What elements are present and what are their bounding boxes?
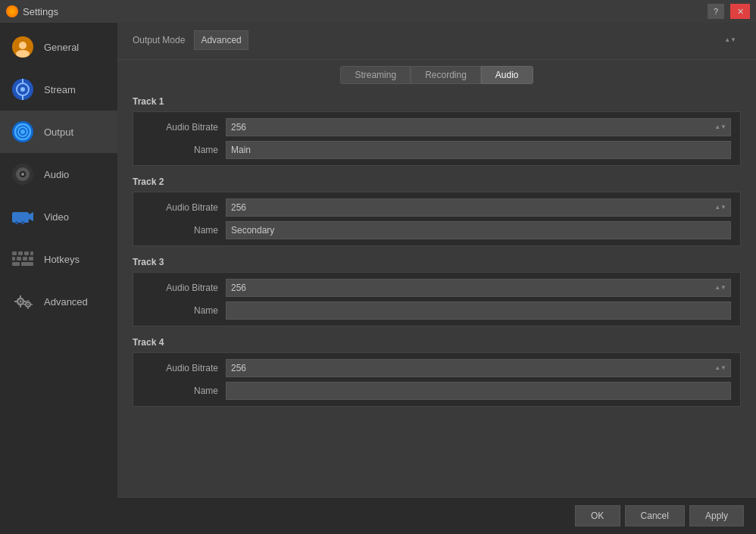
svg-rect-28 (12, 262, 20, 266)
svg-point-11 (20, 130, 25, 134)
track3-name-input[interactable] (226, 301, 731, 320)
track3-bitrate-input[interactable]: 256 (226, 279, 731, 297)
output-mode-row: Output Mode Advanced Simple (117, 23, 756, 58)
svg-point-1 (19, 42, 27, 49)
track2-name-label: Name (142, 225, 226, 236)
svg-rect-18 (15, 221, 18, 224)
track1-bitrate-input[interactable]: 256 (226, 118, 731, 136)
track1-bitrate-label: Audio Bitrate (142, 122, 226, 133)
titlebar: Settings ? ✕ (0, 0, 756, 23)
svg-rect-16 (12, 212, 29, 223)
output-mode-label: Output Mode (133, 35, 185, 45)
main-content: General Stream (0, 23, 756, 534)
track4-header: Track 4 (133, 337, 741, 348)
sidebar-label-audio: Audio (44, 169, 69, 180)
general-icon (9, 33, 36, 61)
output-mode-select-wrapper: Advanced Simple (194, 30, 741, 50)
track1-name-input[interactable]: Main (226, 141, 731, 159)
stream-icon (9, 76, 36, 103)
svg-marker-17 (29, 212, 33, 221)
track3-bitrate-label: Audio Bitrate (142, 283, 226, 293)
svg-point-15 (21, 173, 24, 176)
sidebar-item-video[interactable]: Video (0, 195, 117, 238)
track3-name-label: Name (142, 305, 226, 316)
track1-section: Track 1 Audio Bitrate 256 Name Main (133, 96, 741, 166)
sidebar-label-hotkeys: Hotkeys (44, 254, 80, 265)
svg-rect-25 (17, 257, 21, 261)
svg-point-37 (27, 304, 29, 305)
close-button[interactable]: ✕ (730, 4, 750, 19)
sidebar-label-video: Video (44, 211, 69, 223)
track1-header: Track 1 (133, 96, 741, 107)
tabs-row: Streaming Recording Audio (117, 61, 756, 89)
track4-name-row: Name (142, 382, 731, 400)
svg-rect-27 (29, 257, 33, 261)
right-panel: Output Mode Advanced Simple Streaming Re… (117, 23, 756, 534)
bottom-bar: OK Cancel Apply (117, 497, 756, 534)
track4-name-input[interactable] (226, 382, 731, 400)
track4-name-label: Name (142, 386, 226, 396)
tab-streaming[interactable]: Streaming (340, 66, 411, 84)
track2-name-row: Name Secondary (142, 221, 731, 239)
track3-section: Track 3 Audio Bitrate 256 Name (133, 257, 741, 326)
output-mode-select[interactable]: Advanced Simple (194, 30, 248, 50)
svg-rect-29 (21, 262, 33, 266)
sidebar-item-general[interactable]: General (0, 26, 117, 68)
ok-button[interactable]: OK (575, 505, 620, 526)
svg-rect-21 (18, 251, 23, 255)
sidebar-item-hotkeys[interactable]: Hotkeys (0, 238, 117, 280)
panel-body: Track 1 Audio Bitrate 256 Name Main (117, 89, 756, 497)
svg-rect-23 (30, 251, 33, 255)
track1-bitrate-row: Audio Bitrate 256 (142, 118, 731, 136)
sidebar-label-general: General (44, 42, 79, 53)
sidebar-item-stream[interactable]: Stream (0, 68, 117, 111)
track3-header: Track 3 (133, 257, 741, 267)
svg-rect-20 (12, 251, 17, 255)
track2-bitrate-input[interactable]: 256 (226, 198, 731, 217)
sidebar-item-advanced[interactable]: Advanced (0, 280, 117, 323)
app-icon (6, 5, 18, 17)
sidebar: General Stream (0, 23, 117, 534)
track4-bitrate-spinner: 256 (226, 359, 731, 377)
track1-body: Audio Bitrate 256 Name Main (133, 111, 741, 166)
output-icon (9, 118, 36, 145)
tab-audio[interactable]: Audio (481, 66, 533, 84)
separator-1 (117, 59, 756, 60)
track2-bitrate-row: Audio Bitrate 256 (142, 198, 731, 217)
track3-bitrate-spinner: 256 (226, 279, 731, 297)
window-title: Settings (23, 6, 58, 17)
sidebar-label-advanced: Advanced (44, 296, 88, 308)
track2-name-input[interactable]: Secondary (226, 221, 731, 239)
svg-rect-24 (12, 257, 15, 261)
settings-window: Settings ? ✕ General (0, 0, 756, 534)
track2-section: Track 2 Audio Bitrate 256 Name Secondary (133, 176, 741, 246)
advanced-icon (9, 288, 36, 315)
sidebar-label-stream: Stream (44, 84, 76, 95)
tab-recording[interactable]: Recording (411, 66, 481, 84)
cancel-button[interactable]: Cancel (625, 505, 685, 526)
video-icon (9, 203, 36, 230)
sidebar-item-audio[interactable]: Audio (0, 153, 117, 195)
track1-name-label: Name (142, 145, 226, 155)
track4-bitrate-row: Audio Bitrate 256 (142, 359, 731, 377)
svg-rect-22 (24, 251, 29, 255)
track2-header: Track 2 (133, 176, 741, 187)
track4-section: Track 4 Audio Bitrate 256 Name (133, 337, 741, 407)
track4-bitrate-input[interactable]: 256 (226, 359, 731, 377)
svg-point-2 (16, 50, 30, 58)
track4-bitrate-label: Audio Bitrate (142, 363, 226, 373)
track3-name-row: Name (142, 301, 731, 320)
track2-body: Audio Bitrate 256 Name Secondary (133, 192, 741, 246)
svg-point-5 (20, 87, 25, 92)
svg-rect-26 (23, 257, 27, 261)
titlebar-left: Settings (6, 5, 58, 17)
track1-name-row: Name Main (142, 141, 731, 159)
track3-bitrate-row: Audio Bitrate 256 (142, 279, 731, 297)
track2-bitrate-label: Audio Bitrate (142, 202, 226, 213)
sidebar-label-output: Output (44, 126, 73, 138)
apply-button[interactable]: Apply (689, 505, 744, 526)
svg-rect-19 (21, 221, 24, 224)
sidebar-item-output[interactable]: Output (0, 111, 117, 153)
help-button[interactable]: ? (708, 4, 724, 19)
svg-point-31 (20, 301, 22, 303)
